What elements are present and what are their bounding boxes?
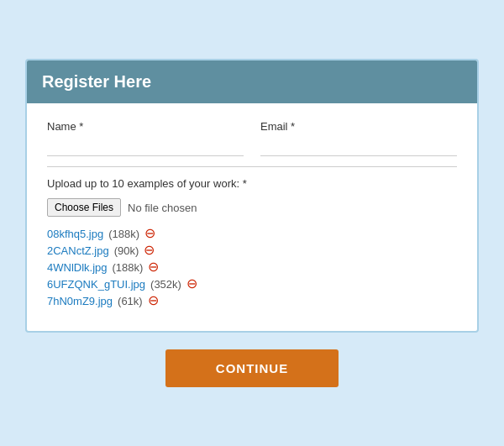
remove-icon[interactable]: ⊖	[186, 277, 197, 291]
remove-icon[interactable]: ⊖	[148, 260, 159, 274]
no-file-text: No file chosen	[128, 202, 197, 214]
name-group: Name *	[47, 120, 244, 156]
email-label: Email *	[260, 120, 457, 133]
file-size: (90k)	[114, 244, 139, 257]
file-list: 08kfhq5.jpg (188k) ⊖ 2CANctZ.jpg (90k) ⊖…	[47, 227, 457, 307]
file-link[interactable]: 4WNlDlk.jpg	[47, 261, 108, 274]
file-size: (188k)	[113, 261, 144, 274]
remove-icon[interactable]: ⊖	[144, 227, 155, 240]
email-input[interactable]	[260, 136, 457, 156]
upload-label: Upload up to 10 examples of your work: *	[47, 177, 457, 190]
file-link[interactable]: 2CANctZ.jpg	[47, 244, 109, 257]
file-size: (188k)	[108, 228, 139, 240]
file-input-row: Choose Files No file chosen	[47, 198, 457, 217]
file-size: (352k)	[150, 278, 181, 291]
remove-icon[interactable]: ⊖	[148, 294, 159, 307]
list-item: 7hN0mZ9.jpg (61k) ⊖	[47, 294, 457, 307]
list-item: 2CANctZ.jpg (90k) ⊖	[47, 244, 457, 257]
remove-icon[interactable]: ⊖	[144, 244, 155, 257]
registration-card: Register Here Name * Email * Upload up t…	[25, 59, 479, 333]
email-group: Email *	[260, 120, 457, 156]
card-header: Register Here	[27, 60, 477, 103]
file-size: (61k)	[118, 295, 143, 307]
name-email-row: Name * Email *	[47, 120, 457, 156]
name-label: Name *	[47, 120, 244, 133]
file-link[interactable]: 6UFZQNK_gTUI.jpg	[47, 278, 145, 291]
list-item: 4WNlDlk.jpg (188k) ⊖	[47, 260, 457, 274]
card-title: Register Here	[42, 72, 151, 91]
section-divider	[47, 166, 457, 167]
continue-button[interactable]: CONTINUE	[165, 349, 339, 387]
list-item: 08kfhq5.jpg (188k) ⊖	[47, 227, 457, 240]
list-item: 6UFZQNK_gTUI.jpg (352k) ⊖	[47, 277, 457, 291]
page-background: Register Here Name * Email * Upload up t…	[0, 0, 504, 446]
file-link[interactable]: 08kfhq5.jpg	[47, 228, 103, 240]
file-link[interactable]: 7hN0mZ9.jpg	[47, 295, 113, 307]
card-body: Name * Email * Upload up to 10 examples …	[27, 103, 477, 331]
name-input[interactable]	[47, 136, 244, 156]
choose-files-button[interactable]: Choose Files	[47, 198, 121, 217]
